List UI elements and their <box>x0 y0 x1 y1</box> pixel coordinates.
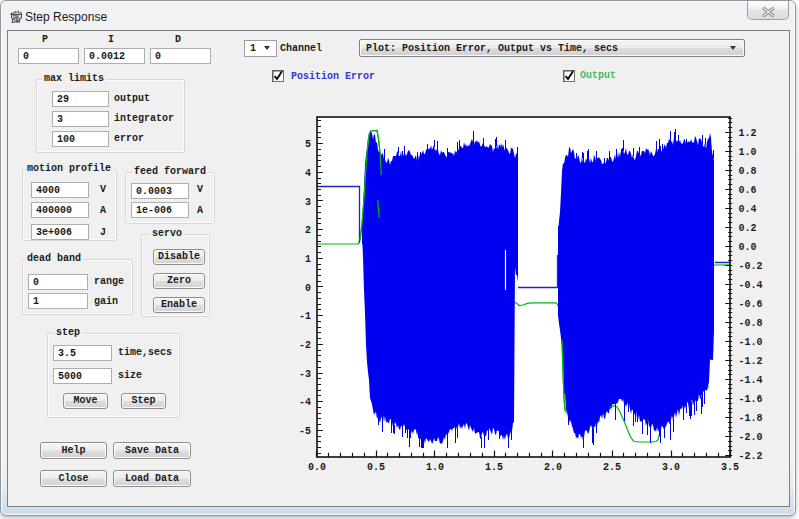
svg-text:0.0: 0.0 <box>739 242 757 253</box>
svg-text:1.5: 1.5 <box>485 462 503 473</box>
svg-text:4: 4 <box>305 168 311 179</box>
svg-text:2.0: 2.0 <box>544 462 562 473</box>
svg-text:-0.2: -0.2 <box>739 261 763 272</box>
svg-text:-2: -2 <box>299 340 311 351</box>
svg-text:3.0: 3.0 <box>662 462 680 473</box>
svg-text:-1.0: -1.0 <box>739 337 763 348</box>
svg-text:-0.8: -0.8 <box>739 318 763 329</box>
svg-text:-5: -5 <box>299 426 311 437</box>
svg-text:-2.0: -2.0 <box>739 432 763 443</box>
svg-text:0.5: 0.5 <box>367 462 385 473</box>
svg-text:0.8: 0.8 <box>739 166 757 177</box>
svg-text:-4: -4 <box>299 397 311 408</box>
svg-text:-1.4: -1.4 <box>739 375 763 386</box>
svg-text:0.6: 0.6 <box>739 185 757 196</box>
svg-text:1.0: 1.0 <box>426 462 444 473</box>
svg-text:0.2: 0.2 <box>739 223 757 234</box>
svg-text:0.0: 0.0 <box>308 462 326 473</box>
svg-text:1.0: 1.0 <box>739 147 757 158</box>
svg-text:0: 0 <box>305 283 311 294</box>
svg-text:2: 2 <box>305 225 311 236</box>
svg-text:-1.6: -1.6 <box>739 394 763 405</box>
svg-text:-3: -3 <box>299 369 311 380</box>
svg-text:-0.6: -0.6 <box>739 299 763 310</box>
svg-text:3.5: 3.5 <box>721 462 739 473</box>
svg-text:-1.8: -1.8 <box>739 413 763 424</box>
svg-text:3: 3 <box>305 197 311 208</box>
svg-text:0.4: 0.4 <box>739 204 757 215</box>
svg-text:-1: -1 <box>299 311 311 322</box>
svg-text:1.2: 1.2 <box>739 128 757 139</box>
svg-text:-0.4: -0.4 <box>739 280 763 291</box>
svg-text:-1.2: -1.2 <box>739 356 763 367</box>
svg-text:5: 5 <box>305 139 311 150</box>
svg-text:1: 1 <box>305 254 311 265</box>
svg-text:-2.2: -2.2 <box>739 451 763 462</box>
svg-text:2.5: 2.5 <box>603 462 621 473</box>
